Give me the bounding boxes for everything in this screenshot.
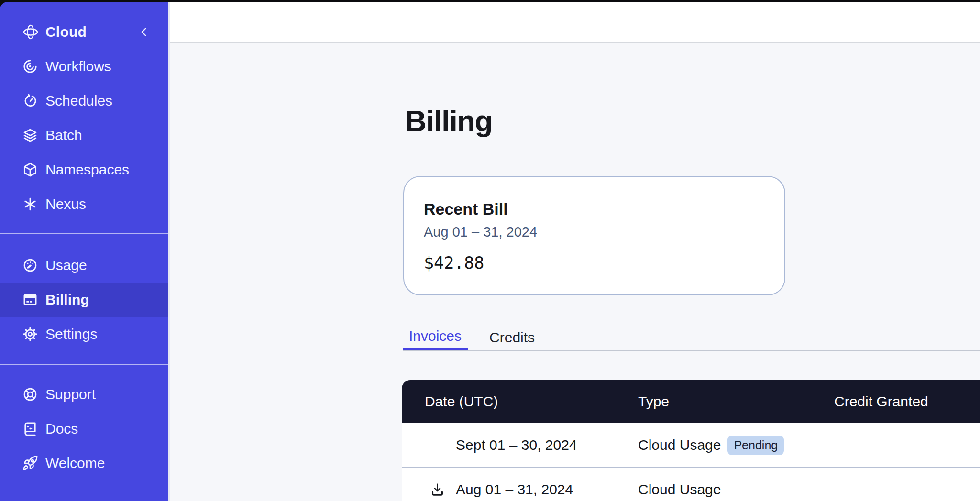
card-subtitle: Aug 01 – 31, 2024 xyxy=(424,224,784,240)
sidebar-divider xyxy=(0,364,168,365)
content-column: Billing Recent Bill Aug 01 – 31, 2024 $4… xyxy=(170,2,980,501)
sidebar-item-schedules[interactable]: Schedules xyxy=(0,84,168,118)
settings-gear-icon xyxy=(22,326,38,342)
column-header-date: Date (UTC) xyxy=(402,393,638,410)
sidebar-collapse-button[interactable] xyxy=(138,26,150,38)
sidebar-divider xyxy=(0,233,168,234)
cell-type: Cloud Usage Pending xyxy=(638,436,834,455)
download-invoice-icon[interactable] xyxy=(430,482,445,497)
chevron-left-icon xyxy=(138,26,150,38)
invoices-table: Date (UTC) Type Credit Granted Sept 01 –… xyxy=(402,380,980,501)
tabbar: Invoices Credits xyxy=(403,324,980,353)
table-row[interactable]: Aug 01 – 31, 2024 Cloud Usage xyxy=(402,467,980,501)
cell-date: Aug 01 – 31, 2024 xyxy=(402,481,638,498)
column-header-credit-granted: Credit Granted xyxy=(834,393,980,410)
sidebar: Cloud Workflows xyxy=(0,2,170,501)
welcome-rocket-icon xyxy=(22,455,38,471)
workflows-icon xyxy=(22,58,38,75)
main-content: Billing Recent Bill Aug 01 – 31, 2024 $4… xyxy=(170,43,980,501)
card-title: Recent Bill xyxy=(424,200,784,218)
table-row[interactable]: Sept 01 – 30, 2024 Cloud Usage Pending xyxy=(402,423,980,467)
sidebar-nav-account: Usage Billing xyxy=(0,248,168,351)
namespaces-cube-icon xyxy=(22,162,38,178)
sidebar-item-support[interactable]: Support xyxy=(0,377,168,412)
sidebar-item-welcome[interactable]: Welcome xyxy=(0,446,168,480)
sidebar-item-namespaces[interactable]: Namespaces xyxy=(0,152,168,187)
cell-date: Sept 01 – 30, 2024 xyxy=(402,437,638,453)
app-window: Cloud Workflows xyxy=(0,2,980,501)
tab-credits[interactable]: Credits xyxy=(483,324,541,350)
summary-cards: Recent Bill Aug 01 – 31, 2024 $42.88 Cur… xyxy=(403,176,980,295)
sidebar-nav-footer: Support Docs xyxy=(0,377,168,480)
sidebar-item-settings[interactable]: Settings xyxy=(0,317,168,351)
tabbar-baseline xyxy=(403,350,980,351)
support-lifebuoy-icon xyxy=(22,386,38,403)
sidebar-item-billing[interactable]: Billing xyxy=(0,283,168,317)
sidebar-nav-primary: Workflows Schedules xyxy=(0,49,168,221)
recent-bill-card: Recent Bill Aug 01 – 31, 2024 $42.88 xyxy=(403,176,785,295)
card-amount: $42.88 xyxy=(424,253,784,272)
sidebar-item-docs[interactable]: Docs xyxy=(0,412,168,446)
page-title: Billing xyxy=(405,104,492,138)
sidebar-item-nexus[interactable]: Nexus xyxy=(0,187,168,221)
nexus-asterisk-icon xyxy=(22,196,38,212)
sidebar-item-workflows[interactable]: Workflows xyxy=(0,49,168,84)
batch-layers-icon xyxy=(22,127,38,143)
sidebar-item-batch[interactable]: Batch xyxy=(0,118,168,152)
billing-invoice-icon xyxy=(22,292,38,308)
topbar xyxy=(170,2,980,43)
tab-invoices[interactable]: Invoices xyxy=(403,324,468,350)
sidebar-brand[interactable]: Cloud xyxy=(0,2,168,49)
status-badge-pending: Pending xyxy=(727,436,784,455)
sidebar-item-usage[interactable]: Usage xyxy=(0,248,168,283)
schedules-icon xyxy=(22,93,38,109)
cell-type: Cloud Usage xyxy=(638,481,834,498)
table-header: Date (UTC) Type Credit Granted xyxy=(402,380,980,423)
brand-label: Cloud xyxy=(45,24,87,40)
tabs: Invoices Credits xyxy=(403,324,541,350)
docs-book-icon xyxy=(22,421,38,437)
column-header-type: Type xyxy=(638,393,834,410)
usage-gauge-icon xyxy=(22,257,38,273)
temporal-cloud-logo-icon xyxy=(22,23,39,41)
